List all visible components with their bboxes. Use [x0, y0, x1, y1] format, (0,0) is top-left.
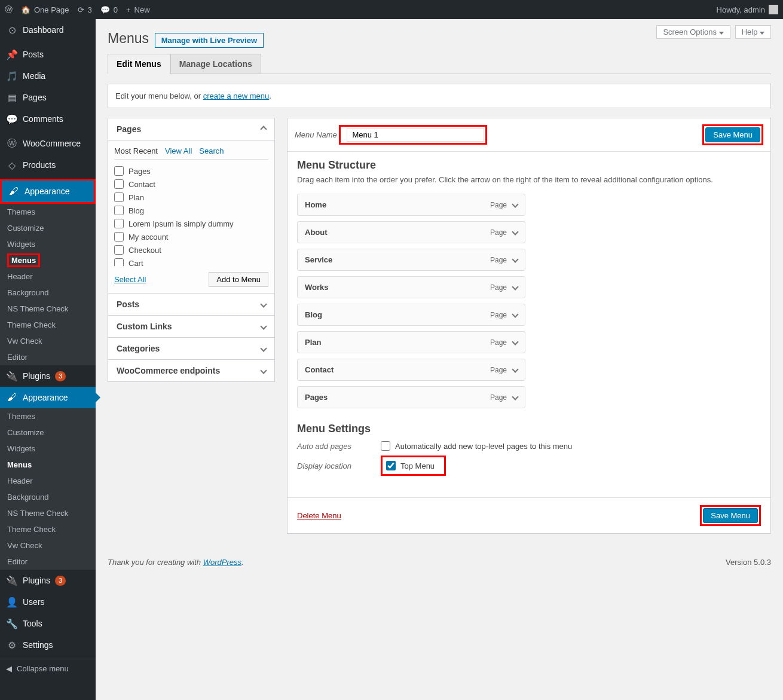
- sidebar-posts[interactable]: 📌Posts: [0, 44, 96, 65]
- chevron-down-icon[interactable]: [513, 366, 518, 373]
- screen-options-button[interactable]: Screen Options: [656, 25, 730, 39]
- sidebar-appearance[interactable]: 🖌Appearance: [0, 179, 96, 204]
- page-icon: ▤: [6, 91, 18, 103]
- check-lorem[interactable]: [114, 219, 124, 228]
- chevron-down-icon[interactable]: [513, 311, 518, 318]
- menu-item[interactable]: AboutPage: [297, 221, 525, 243]
- page-title: Menus: [108, 25, 149, 49]
- comments-link[interactable]: 💬0: [100, 5, 118, 14]
- sidebar-tools[interactable]: 🔧Tools: [0, 613, 96, 634]
- collapse-menu[interactable]: ◀Collapse menu: [0, 659, 96, 678]
- menu-item[interactable]: ServicePage: [297, 249, 525, 271]
- help-button[interactable]: Help: [735, 25, 771, 39]
- sidebar-comments[interactable]: 💬Comments: [0, 108, 96, 130]
- select-all-link[interactable]: Select All: [114, 275, 146, 284]
- sub2-header[interactable]: Header: [0, 473, 96, 489]
- sub-theme-check[interactable]: Theme Check: [0, 317, 96, 333]
- sidebar-dashboard[interactable]: ⊙Dashboard: [0, 19, 96, 41]
- sidebar-users[interactable]: 👤Users: [0, 591, 96, 613]
- woo-accordion-head[interactable]: WooCommerce endpoints: [108, 360, 275, 382]
- posts-accordion-head[interactable]: Posts: [108, 294, 275, 316]
- sidebar-settings[interactable]: ⚙Settings: [0, 634, 96, 656]
- sidebar-plugins[interactable]: 🔌Plugins 3: [0, 365, 96, 387]
- check-pages[interactable]: [114, 166, 124, 176]
- check-checkout[interactable]: [114, 245, 124, 255]
- wp-logo[interactable]: ⓦ: [5, 4, 13, 15]
- pages-accordion-head[interactable]: Pages: [108, 118, 275, 140]
- sub2-themes[interactable]: Themes: [0, 408, 96, 424]
- sidebar-products[interactable]: ◇Products: [0, 154, 96, 176]
- chevron-down-icon[interactable]: [513, 256, 518, 263]
- tab-edit-menus[interactable]: Edit Menus: [108, 54, 170, 74]
- sub2-editor[interactable]: Editor: [0, 554, 96, 570]
- sub2-theme-check[interactable]: Theme Check: [0, 521, 96, 537]
- check-plan[interactable]: [114, 192, 124, 202]
- pages-checklist[interactable]: Pages Contact Plan Blog Lorem Ipsum is s…: [114, 164, 268, 266]
- sub2-vw-check[interactable]: Vw Check: [0, 537, 96, 554]
- check-contact[interactable]: [114, 179, 124, 189]
- add-to-menu-button[interactable]: Add to Menu: [209, 272, 268, 287]
- menu-item[interactable]: PagesPage: [297, 386, 525, 408]
- chevron-down-icon[interactable]: [513, 339, 518, 346]
- footer-thanks: Thank you for creating with WordPress.: [108, 558, 244, 567]
- sidebar-pages[interactable]: ▤Pages: [0, 87, 96, 108]
- menu-item[interactable]: PlanPage: [297, 331, 525, 353]
- delete-menu-link[interactable]: Delete Menu: [297, 511, 341, 520]
- save-menu-button-top[interactable]: Save Menu: [705, 127, 760, 142]
- check-cart[interactable]: [114, 258, 124, 266]
- new-link[interactable]: +New: [126, 5, 150, 14]
- sub-customize[interactable]: Customize: [0, 220, 96, 236]
- wordpress-link[interactable]: WordPress: [203, 558, 241, 567]
- sub2-customize[interactable]: Customize: [0, 424, 96, 441]
- auto-add-checkbox[interactable]: [381, 441, 390, 451]
- admin-sidebar: ⊙Dashboard 📌Posts 🎵Media ▤Pages 💬Comment…: [0, 19, 96, 700]
- menu-item[interactable]: WorksPage: [297, 276, 525, 298]
- sidebar-woocommerce[interactable]: ⓦWooCommerce: [0, 133, 96, 154]
- chevron-down-icon[interactable]: [513, 284, 518, 291]
- top-menu-checkbox[interactable]: [386, 461, 396, 470]
- tab-search[interactable]: Search: [199, 146, 224, 155]
- collapse-icon: ◀: [6, 664, 12, 673]
- top-menu-check-label[interactable]: Top Menu: [386, 461, 435, 470]
- sub-editor[interactable]: Editor: [0, 349, 96, 365]
- menu-item-title: Blog: [305, 310, 322, 319]
- sub-vw-check[interactable]: Vw Check: [0, 333, 96, 349]
- sub2-widgets[interactable]: Widgets: [0, 441, 96, 457]
- chevron-down-icon[interactable]: [513, 229, 518, 236]
- chevron-down-icon[interactable]: [513, 201, 518, 208]
- menu-item[interactable]: HomePage: [297, 194, 525, 216]
- live-preview-button[interactable]: Manage with Live Preview: [155, 33, 264, 48]
- sub-header[interactable]: Header: [0, 268, 96, 285]
- sub2-ns-theme-check[interactable]: NS Theme Check: [0, 505, 96, 521]
- sidebar-plugins-2[interactable]: 🔌Plugins 3: [0, 570, 96, 591]
- menu-item[interactable]: BlogPage: [297, 304, 525, 326]
- auto-add-check-label[interactable]: Automatically add new top-level pages to…: [381, 441, 572, 451]
- sub-widgets[interactable]: Widgets: [0, 236, 96, 252]
- tab-view-all[interactable]: View All: [165, 146, 192, 155]
- tab-manage-locations[interactable]: Manage Locations: [170, 54, 261, 74]
- categories-accordion-head[interactable]: Categories: [108, 338, 275, 360]
- updates-link[interactable]: ⟳3: [78, 5, 92, 14]
- triangle-down-icon: [719, 32, 724, 35]
- check-blog[interactable]: [114, 206, 124, 215]
- sidebar-appearance-2[interactable]: 🖌Appearance: [0, 387, 96, 408]
- site-link[interactable]: 🏠One Page: [21, 5, 69, 14]
- create-menu-link[interactable]: create a new menu: [203, 91, 270, 100]
- howdy-link[interactable]: Howdy, admin: [717, 5, 778, 14]
- check-myaccount[interactable]: [114, 232, 124, 242]
- sub2-menus[interactable]: Menus: [0, 457, 96, 473]
- sub-background[interactable]: Background: [0, 285, 96, 301]
- tab-most-recent[interactable]: Most Recent: [114, 146, 158, 155]
- chevron-down-icon[interactable]: [513, 394, 518, 401]
- menu-name-input[interactable]: [347, 128, 484, 142]
- menu-item[interactable]: ContactPage: [297, 359, 525, 381]
- plugin-icon: 🔌: [6, 574, 18, 586]
- sub-ns-theme-check[interactable]: NS Theme Check: [0, 301, 96, 317]
- sidebar-media[interactable]: 🎵Media: [0, 65, 96, 87]
- customlinks-accordion-head[interactable]: Custom Links: [108, 316, 275, 338]
- save-menu-button-bottom[interactable]: Save Menu: [703, 508, 758, 523]
- sub2-background[interactable]: Background: [0, 489, 96, 505]
- sub-themes[interactable]: Themes: [0, 204, 96, 220]
- menu-item-type: Page: [490, 283, 507, 292]
- sub-menus[interactable]: Menus: [0, 252, 96, 268]
